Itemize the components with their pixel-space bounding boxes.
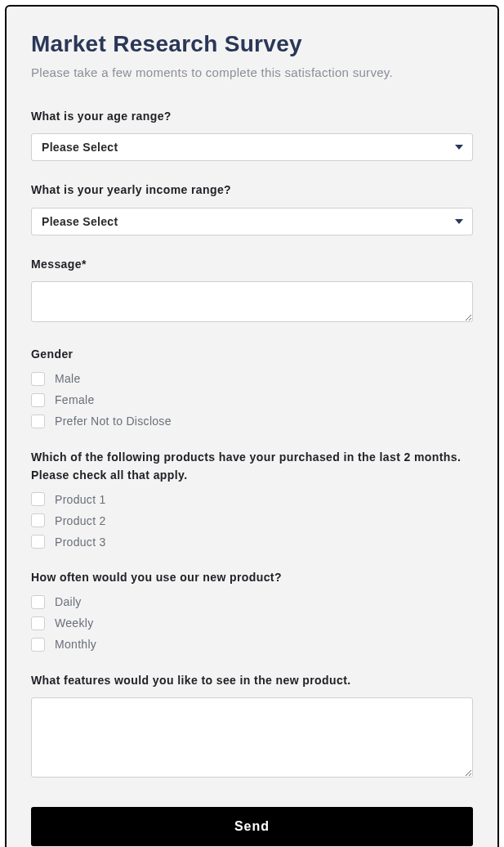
features-textarea[interactable]: [31, 697, 473, 778]
field-frequency: How often would you use our new product?…: [31, 568, 473, 651]
frequency-label: How often would you use our new product?: [31, 568, 473, 586]
send-button[interactable]: Send: [31, 807, 473, 846]
field-age: What is your age range? Please Select: [31, 107, 473, 161]
income-select[interactable]: Please Select: [31, 208, 473, 235]
product-option-label[interactable]: Product 2: [55, 514, 106, 527]
features-label: What features would you like to see in t…: [31, 671, 473, 689]
form-subtitle: Please take a few moments to complete th…: [31, 65, 473, 79]
gender-option-label[interactable]: Male: [55, 372, 81, 385]
gender-option-label[interactable]: Prefer Not to Disclose: [55, 415, 172, 428]
age-label: What is your age range?: [31, 107, 473, 125]
gender-option-label[interactable]: Female: [55, 393, 94, 406]
field-income: What is your yearly income range? Please…: [31, 181, 473, 235]
gender-checkbox-male[interactable]: [31, 372, 45, 386]
message-textarea[interactable]: [31, 281, 473, 322]
gender-checkbox-female[interactable]: [31, 393, 45, 407]
gender-options: Male Female Prefer Not to Disclose: [31, 372, 473, 428]
frequency-option-weekly: Weekly: [31, 616, 473, 630]
field-message: Message*: [31, 255, 473, 325]
gender-option-female: Female: [31, 393, 473, 407]
product-checkbox-2[interactable]: [31, 513, 45, 527]
gender-checkbox-undisclosed[interactable]: [31, 415, 45, 428]
product-option-label[interactable]: Product 3: [55, 536, 106, 549]
gender-option-male: Male: [31, 372, 473, 386]
frequency-option-monthly: Monthly: [31, 638, 473, 652]
income-label: What is your yearly income range?: [31, 181, 473, 199]
frequency-options: Daily Weekly Monthly: [31, 595, 473, 652]
frequency-option-daily: Daily: [31, 595, 473, 609]
age-select[interactable]: Please Select: [31, 133, 473, 161]
product-checkbox-3[interactable]: [31, 535, 45, 549]
product-checkbox-1[interactable]: [31, 492, 45, 506]
gender-option-undisclosed: Prefer Not to Disclose: [31, 415, 473, 428]
product-option-label[interactable]: Product 1: [55, 493, 106, 506]
products-label: Which of the following products have you…: [31, 448, 473, 485]
field-gender: Gender Male Female Prefer Not to Disclos…: [31, 345, 473, 428]
age-select-wrap: Please Select: [31, 133, 473, 161]
field-features: What features would you like to see in t…: [31, 671, 473, 781]
product-option-2: Product 2: [31, 513, 473, 527]
frequency-option-label[interactable]: Weekly: [55, 616, 93, 630]
form-title: Market Research Survey: [31, 31, 473, 57]
frequency-checkbox-monthly[interactable]: [31, 638, 45, 652]
field-products: Which of the following products have you…: [31, 448, 473, 549]
survey-form: Market Research Survey Please take a few…: [5, 5, 499, 847]
product-option-3: Product 3: [31, 535, 473, 549]
frequency-checkbox-weekly[interactable]: [31, 616, 45, 630]
frequency-checkbox-daily[interactable]: [31, 595, 45, 609]
message-label: Message*: [31, 255, 473, 273]
income-select-wrap: Please Select: [31, 208, 473, 235]
gender-label: Gender: [31, 345, 473, 363]
frequency-option-label[interactable]: Daily: [55, 595, 82, 608]
product-option-1: Product 1: [31, 492, 473, 506]
frequency-option-label[interactable]: Monthly: [55, 638, 96, 651]
products-options: Product 1 Product 2 Product 3: [31, 492, 473, 549]
